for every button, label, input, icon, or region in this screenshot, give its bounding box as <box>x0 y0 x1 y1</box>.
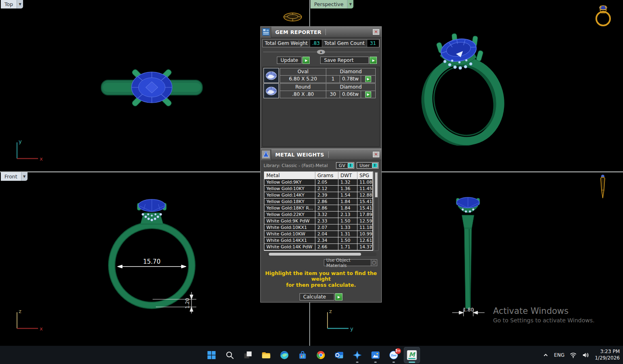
photos-button[interactable] <box>367 347 383 363</box>
table-row[interactable]: White Gold:14K PdW2.661.7114.37 <box>264 244 373 250</box>
cell-spg: 12.61 <box>357 237 373 243</box>
chevron-down-icon[interactable]: ▼ <box>17 0 23 8</box>
table-row[interactable]: Yellow Gold:9KY2.051.3211.08 <box>264 179 373 186</box>
center-gem-front <box>138 199 165 212</box>
cell-metal: Yellow Gold:9KY <box>264 179 315 185</box>
axis-z-label: z <box>19 308 21 314</box>
table-row[interactable]: Yellow Gold:10KY2.121.3611.45 <box>264 186 373 192</box>
cell-dwt: 1.36 <box>338 186 357 192</box>
outlook-button[interactable] <box>331 347 347 363</box>
table-row[interactable]: White Gold:9K PdW2.331.5012.59 <box>264 218 373 224</box>
dimension-inner-diameter-label: 15.70 <box>143 258 161 265</box>
gem-select-button[interactable]: ▶ <box>361 91 376 98</box>
calculate-button[interactable]: Calculate ▶ <box>300 293 342 301</box>
play-arrow-icon[interactable]: ▶ <box>370 57 377 64</box>
matrixgold-icon: M <box>406 350 417 360</box>
user-toggle-button[interactable]: User I <box>357 162 378 169</box>
panel-collapse-control[interactable]: ▲ <box>263 49 379 55</box>
table-row[interactable]: Yellow Gold:22KY3.322.1317.89 <box>264 212 373 218</box>
language-indicator[interactable]: ENG <box>554 352 565 358</box>
use-object-materials-control[interactable]: Use Object Materials ◯ <box>324 259 377 266</box>
gv-toggle-label[interactable]: GV <box>339 163 345 168</box>
viewport-tab-front[interactable]: Front ▼ <box>1 172 28 181</box>
play-arrow-icon[interactable]: ▶ <box>335 293 342 301</box>
zoom-button[interactable]: Zoo 5+ <box>385 347 402 363</box>
user-toggle-label[interactable]: User <box>359 163 370 168</box>
vertical-scrollbar[interactable] <box>374 171 378 251</box>
metal-weights-titlebar[interactable]: METAL WEIGHTS ✕ <box>261 149 381 160</box>
volume-icon[interactable] <box>582 352 589 358</box>
gem-reporter-titlebar[interactable]: GEM REPORTER ✕ <box>261 27 381 38</box>
play-arrow-icon[interactable]: ▶ <box>302 57 310 64</box>
calculate-button-label[interactable]: Calculate <box>300 293 334 301</box>
collapse-arrow-icon[interactable]: ▲ <box>317 50 325 54</box>
metal-table: Metal Grams DWT SPG Yellow Gold:9KY2.051… <box>264 171 373 251</box>
save-report-button[interactable]: Save Report ▶ <box>320 57 377 64</box>
use-object-materials-label[interactable]: Use Object Materials <box>324 258 371 268</box>
gem-size: 6.80 X 5.20 <box>280 75 326 83</box>
chrome-button[interactable] <box>313 347 329 363</box>
play-arrow-icon[interactable]: ▶ <box>365 76 371 82</box>
gem-list-item[interactable]: Round Diamond .80 X .80 30 0.06tw ▶ <box>264 83 378 98</box>
viewport-tab-perspective[interactable]: Perspective ▼ <box>310 0 353 8</box>
search-button[interactable] <box>221 347 238 363</box>
table-row[interactable]: Yellow Gold:18KY R...2.861.8415.41 <box>264 205 373 212</box>
table-row[interactable]: Yellow Gold:18KY2.861.8415.41 <box>264 199 373 205</box>
column-header-grams[interactable]: Grams <box>315 172 338 179</box>
store-button[interactable] <box>294 347 310 363</box>
table-row[interactable]: White Gold:10KX12.071.3311.18 <box>264 224 373 231</box>
update-button-label[interactable]: Update <box>277 57 302 64</box>
viewport-tab-top[interactable]: Top ▼ <box>1 0 23 8</box>
clock-time: 3:23 PM <box>595 349 620 355</box>
viewport-tab-top-label[interactable]: Top <box>1 0 17 8</box>
column-header-dwt[interactable]: DWT <box>338 172 357 179</box>
table-row[interactable]: White Gold:14KX12.341.5012.61 <box>264 237 373 244</box>
instruction-line-1: Highlight the item you want to find the … <box>261 271 381 282</box>
viewport-tab-perspective-label[interactable]: Perspective <box>310 0 347 8</box>
application-window: Top ▼ Perspective ▼ Front ▼ <box>0 0 623 364</box>
toggle-indicator-icon[interactable]: I <box>348 163 353 168</box>
cell-grams: 2.05 <box>315 179 338 185</box>
close-icon[interactable]: ✕ <box>373 29 379 35</box>
cell-metal: Yellow Gold:18KY <box>264 199 315 205</box>
table-row[interactable]: White Gold:10KW2.041.3110.99 <box>264 231 373 237</box>
play-arrow-icon[interactable]: ▶ <box>365 91 371 97</box>
matrix-app-button[interactable] <box>349 347 365 363</box>
update-button[interactable]: Update ▶ <box>277 57 310 64</box>
gem-list-item[interactable]: Oval Diamond 6.80 X 5.20 1 0.78tw ▶ <box>264 68 378 83</box>
horizontal-scrollbar[interactable] <box>267 252 376 256</box>
dimension-shank-width: 1.80 <box>452 307 485 316</box>
column-header-spg[interactable]: SPG <box>357 172 373 179</box>
wifi-icon[interactable] <box>570 352 577 358</box>
axis-x-label: x <box>40 326 43 332</box>
gv-toggle-button[interactable]: GV I <box>336 162 354 169</box>
taskbar-clock[interactable]: 3:23 PM 1/29/2026 <box>595 349 620 361</box>
gem-list: Oval Diamond 6.80 X 5.20 1 0.78tw ▶ <box>262 67 380 147</box>
scrollbar-thumb[interactable] <box>269 253 361 256</box>
toggle-indicator-icon[interactable]: I <box>372 163 378 168</box>
task-view-icon <box>243 351 252 360</box>
table-row[interactable]: Yellow Gold:14KY2.391.5412.88 <box>264 192 373 199</box>
total-gem-weight-label: Total Gem Weight <box>263 40 310 46</box>
chevron-down-icon[interactable]: ▼ <box>347 0 353 8</box>
ring-perspective-view <box>415 32 512 146</box>
file-explorer-button[interactable] <box>258 347 274 363</box>
chrome-icon <box>316 350 325 360</box>
chevron-down-icon[interactable]: ▼ <box>21 172 28 181</box>
column-header-metal[interactable]: Metal <box>264 172 315 179</box>
gem-thumbnail-icon <box>264 83 279 98</box>
start-button[interactable] <box>203 347 219 363</box>
gem-totals-row: Total Gem Weight .83 Total Gem Count 31 <box>262 39 380 47</box>
cell-metal: White Gold:9K PdW <box>264 218 315 224</box>
radio-circle-icon[interactable]: ◯ <box>371 260 377 266</box>
task-view-button[interactable] <box>240 347 256 363</box>
save-report-button-label[interactable]: Save Report <box>320 57 369 64</box>
matrixgold-button[interactable]: M <box>404 347 420 363</box>
viewport-tab-front-label[interactable]: Front <box>1 172 21 181</box>
dimension-inner-diameter: 15.70 <box>117 258 186 268</box>
edge-button[interactable] <box>276 347 292 363</box>
gem-select-button[interactable]: ▶ <box>361 75 376 83</box>
close-icon[interactable]: ✕ <box>373 152 379 157</box>
scrollbar-thumb[interactable] <box>375 172 378 197</box>
tray-chevron-up-icon[interactable] <box>542 352 549 358</box>
